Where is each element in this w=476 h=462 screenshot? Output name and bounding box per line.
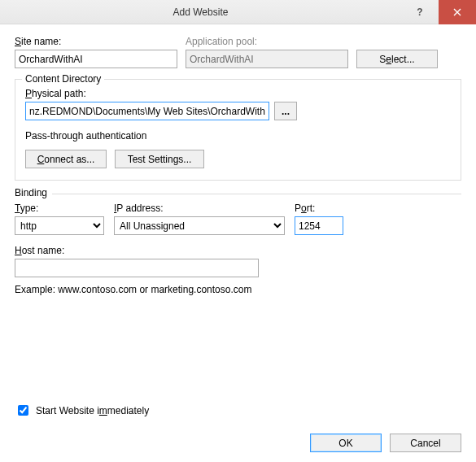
app-pool-label: Application pool: (186, 36, 348, 47)
ok-button[interactable]: OK (310, 434, 382, 452)
content-directory-group: Content Directory Physical path: ... Pas… (15, 79, 461, 181)
title-bar: Add Website ? (0, 0, 476, 24)
binding-separator: Binding (15, 194, 461, 194)
host-name-input[interactable] (15, 259, 259, 277)
physical-path-input[interactable] (25, 102, 269, 120)
help-icon: ? (417, 7, 422, 18)
browse-button[interactable]: ... (274, 102, 297, 120)
content-directory-title: Content Directory (22, 73, 104, 85)
select-app-pool-button[interactable]: Select... (356, 50, 438, 68)
window-title: Add Website (0, 7, 401, 18)
app-pool-input (186, 50, 348, 68)
type-select[interactable]: http (15, 216, 104, 235)
type-label: Type: (15, 203, 104, 214)
ip-address-select[interactable]: All Unassigned (114, 216, 285, 235)
passthrough-label: Pass-through authentication (25, 130, 451, 142)
test-settings-button[interactable]: Test Settings... (115, 150, 204, 168)
binding-title: Binding (15, 187, 52, 198)
site-name-input[interactable] (15, 50, 177, 68)
ip-address-label: IP address: (114, 203, 285, 214)
host-name-example: Example: www.contoso.com or marketing.co… (15, 284, 461, 295)
start-immediately-label: Start Website immediately (36, 405, 149, 416)
port-input[interactable] (295, 216, 343, 235)
close-button[interactable] (439, 0, 476, 24)
host-name-label: Host name: (15, 245, 259, 256)
help-button[interactable]: ? (401, 0, 439, 24)
close-icon (453, 8, 461, 16)
site-name-label: Site name: (15, 36, 177, 47)
start-immediately-checkbox[interactable] (18, 405, 28, 416)
connect-as-button[interactable]: Connect as... (25, 150, 107, 168)
cancel-button[interactable]: Cancel (390, 434, 461, 452)
port-label: Port: (295, 203, 343, 214)
physical-path-label: Physical path: (25, 88, 318, 99)
site-name-label-text: ite name: (21, 36, 61, 47)
